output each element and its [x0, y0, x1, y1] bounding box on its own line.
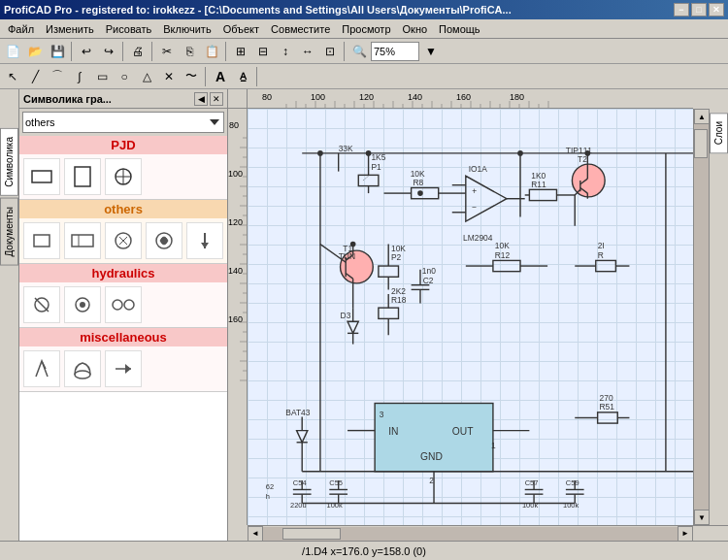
statusbar: /1.D4 x=176.0 y=158.0 (0) [0, 541, 728, 560]
canvas-body: 80 100 120 140 160 [228, 109, 728, 525]
menu-draw[interactable]: Рисовать [100, 21, 158, 37]
curve-tool[interactable]: ∫ [69, 66, 90, 87]
symbol-others-1[interactable] [23, 222, 60, 259]
component-btn2[interactable]: ⊟ [252, 41, 274, 62]
symbol-misc-3[interactable] [105, 350, 142, 387]
symbol-pid-2[interactable] [64, 158, 101, 195]
svg-rect-0 [32, 171, 51, 182]
menu-object[interactable]: Объект [217, 21, 265, 37]
toolbar-separator-4 [225, 42, 227, 61]
scroll-right-button[interactable]: ► [678, 526, 693, 542]
panel-close-button[interactable]: ✕ [210, 92, 223, 106]
tab-layers[interactable]: Слои [710, 113, 728, 153]
symbol-hyd-1[interactable] [23, 286, 60, 323]
component-btn5[interactable]: ⊡ [319, 41, 341, 62]
line-tool[interactable]: ╱ [24, 66, 46, 87]
new-button[interactable]: 📄 [2, 41, 23, 62]
arc-tool[interactable]: ⌒ [47, 66, 68, 87]
scroll-down-button[interactable]: ▼ [694, 510, 710, 525]
zoom-in-button[interactable]: 🔍 [348, 41, 370, 62]
svg-text:TUN: TUN [339, 251, 355, 261]
print-button[interactable]: 🖨 [127, 41, 149, 62]
symbol-hyd-3[interactable] [105, 286, 142, 323]
panel-controls: ◀ ✕ [194, 92, 223, 106]
polyline-tool[interactable]: △ [136, 66, 157, 87]
cut-button[interactable]: ✂ [156, 41, 178, 62]
zoom-input[interactable] [371, 42, 419, 61]
symbol-hyd-2[interactable] [64, 286, 101, 323]
category-select[interactable]: others PJD hydraulics miscellaneous [22, 112, 224, 133]
ellipse-tool[interactable]: ○ [114, 66, 135, 87]
save-button[interactable]: 💾 [47, 41, 68, 62]
menu-align[interactable]: Совместите [265, 21, 336, 37]
symbol-others-4[interactable] [146, 222, 182, 259]
menu-include[interactable]: Включить [157, 21, 216, 37]
select-tool[interactable]: ↖ [2, 66, 23, 87]
maximize-button[interactable]: □ [691, 3, 707, 16]
category-hydraulics: hydraulics [19, 264, 227, 328]
component-btn3[interactable]: ↕ [275, 41, 296, 62]
scroll-thumb-vertical[interactable] [694, 129, 708, 158]
symbol-others-3[interactable] [105, 222, 142, 259]
svg-text:100k: 100k [326, 501, 342, 510]
close-button[interactable]: ✕ [709, 3, 724, 16]
svg-text:1: 1 [491, 441, 496, 450]
text-style-btn[interactable]: A̲ [232, 66, 253, 87]
tab-symbolika[interactable]: Символика [0, 128, 18, 196]
symbol-misc-1[interactable] [23, 350, 60, 387]
toolbar-separator-1 [71, 42, 73, 61]
svg-line-114 [363, 176, 369, 181]
svg-marker-88 [466, 176, 507, 221]
scroll-left-button[interactable]: ◄ [248, 526, 263, 542]
misc-symbols [19, 346, 227, 391]
panel-pin-button[interactable]: ◀ [194, 92, 208, 106]
symbol-pid-3[interactable] [105, 158, 142, 195]
freehand-tool[interactable]: 〜 [181, 66, 202, 87]
main-canvas[interactable]: R8 10K + − IO1A LM2904 R11 1K [248, 109, 693, 525]
svg-text:2I: 2I [598, 241, 605, 250]
svg-text:1K5: 1K5 [371, 152, 385, 162]
horizontal-ruler: 80 100 120 140 160 180 [248, 89, 693, 109]
zoom-dropdown[interactable]: ▼ [420, 41, 442, 62]
scroll-up-button[interactable]: ▲ [694, 109, 710, 124]
toolbar-separator-2 [122, 42, 124, 61]
svg-text:62: 62 [266, 482, 274, 491]
symbol-pid-1[interactable] [23, 158, 60, 195]
component-btn1[interactable]: ⊞ [230, 41, 251, 62]
open-button[interactable]: 📂 [24, 41, 46, 62]
scroll-track-horizontal[interactable] [263, 527, 678, 541]
text-tool[interactable]: A [210, 66, 231, 87]
menu-help[interactable]: Помощь [433, 21, 486, 37]
svg-text:+: + [472, 186, 477, 196]
svg-text:OUT: OUT [452, 426, 474, 437]
minimize-button[interactable]: − [674, 3, 689, 16]
paste-button[interactable]: 📋 [201, 41, 222, 62]
svg-point-207 [517, 150, 523, 156]
cross-tool[interactable]: ✕ [158, 66, 180, 87]
svg-point-17 [80, 302, 85, 308]
horizontal-scrollbar: ◄ ► [248, 525, 728, 541]
undo-button[interactable]: ↩ [76, 41, 97, 62]
menu-view[interactable]: Просмотр [336, 21, 396, 37]
copy-button[interactable]: ⎘ [179, 41, 200, 62]
svg-text:3: 3 [380, 410, 384, 419]
scroll-thumb-horizontal[interactable] [282, 528, 341, 540]
menu-window[interactable]: Окно [397, 21, 434, 37]
svg-text:100k: 100k [563, 501, 579, 510]
svg-text:100k: 100k [522, 501, 538, 510]
tab-documents[interactable]: Документы [0, 198, 18, 266]
redo-button[interactable]: ↪ [98, 41, 119, 62]
category-others: others [19, 200, 227, 264]
svg-text:C59: C59 [566, 478, 579, 487]
symbol-others-5[interactable] [186, 222, 223, 259]
symbol-others-2[interactable] [64, 222, 101, 259]
menu-edit[interactable]: Изменить [40, 21, 100, 37]
symbol-list: PJD others [19, 136, 227, 541]
svg-text:33K: 33K [339, 144, 353, 153]
symbol-misc-2[interactable] [64, 350, 101, 387]
scroll-track-vertical[interactable] [694, 124, 709, 510]
menubar: Файл Изменить Рисовать Включить Объект С… [0, 19, 728, 39]
menu-file[interactable]: Файл [2, 21, 40, 37]
rect-tool[interactable]: ▭ [91, 66, 113, 87]
component-btn4[interactable]: ↔ [297, 41, 318, 62]
